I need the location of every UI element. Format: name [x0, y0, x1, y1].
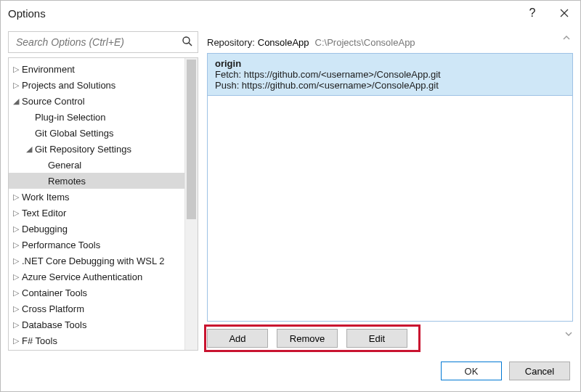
tree-item-label: .NET Core Debugging with WSL 2	[22, 256, 165, 266]
tree-item-source-control[interactable]: ◢Source Control	[9, 93, 184, 109]
chevron-down-icon[interactable]	[564, 329, 573, 348]
cancel-button[interactable]: Cancel	[509, 362, 570, 380]
tree-item-remotes[interactable]: Remotes	[9, 173, 184, 189]
tree-item-cross-platform[interactable]: ▷Cross Platform	[9, 301, 184, 317]
tree-item-label: Container Tools	[22, 287, 87, 298]
collapsed-glyph-icon: ▷	[12, 256, 20, 266]
tree-item-work-items[interactable]: ▷Work Items	[9, 189, 184, 205]
collapsed-glyph-icon: ▷	[12, 288, 20, 298]
options-tree[interactable]: ▷Environment▷Projects and Solutions◢Sour…	[9, 58, 184, 350]
left-panel: ▷Environment▷Projects and Solutions◢Sour…	[8, 31, 198, 351]
tree-item-label: Git Repository Settings	[35, 144, 131, 155]
tree-item-label: Database Tools	[22, 319, 86, 330]
repo-name: ConsoleApp	[258, 37, 309, 48]
tree-item-label: Work Items	[22, 192, 70, 203]
repo-header: Repository: ConsoleApp C:\Projects\Conso…	[207, 31, 573, 53]
expanded-glyph-icon: ◢	[25, 144, 33, 154]
remove-button[interactable]: Remove	[277, 329, 338, 348]
window-title: Options	[8, 7, 46, 20]
close-icon[interactable]	[548, 1, 580, 25]
remote-name: origin	[215, 58, 565, 69]
collapsed-glyph-icon: ▷	[12, 240, 20, 250]
tree-item-label: Remotes	[48, 176, 86, 187]
collapsed-glyph-icon: ▷	[12, 192, 20, 202]
tree-item-environment[interactable]: ▷Environment	[9, 61, 184, 77]
tree-item-label: Azure Service Authentication	[22, 271, 142, 282]
action-row: Add Remove Edit	[207, 327, 573, 351]
tree-item-git-global-settings[interactable]: Git Global Settings	[9, 125, 184, 141]
tree-item-label: Projects and Solutions	[22, 80, 115, 91]
search-box[interactable]	[8, 31, 198, 53]
tree-item--net-core-debugging-with-wsl-2[interactable]: ▷.NET Core Debugging with WSL 2	[9, 253, 184, 269]
tree-item-label: F# Tools	[22, 335, 57, 346]
options-dialog: Options ? ▷Environment▷Projects and Solu…	[0, 0, 581, 392]
svg-line-3	[189, 43, 192, 46]
collapsed-glyph-icon: ▷	[12, 65, 20, 74]
right-panel: Repository: ConsoleApp C:\Projects\Conso…	[207, 31, 573, 351]
collapsed-glyph-icon: ▷	[12, 304, 20, 314]
tree-item-label: General	[48, 160, 81, 171]
collapsed-glyph-icon: ▷	[12, 81, 20, 90]
tree-item-general[interactable]: General	[9, 157, 184, 173]
remote-fetch: Fetch: https://github.com/<username>/Con…	[215, 69, 565, 80]
remote-push: Push: https://github.com/<username>/Cons…	[215, 80, 565, 91]
tree-item-label: Environment	[22, 64, 75, 75]
add-button[interactable]: Add	[207, 329, 268, 348]
tree-item-performance-tools[interactable]: ▷Performance Tools	[9, 237, 184, 253]
tree-item-azure-service-authentication[interactable]: ▷Azure Service Authentication	[9, 269, 184, 285]
tree-item-label: Performance Tools	[22, 240, 100, 250]
collapsed-glyph-icon: ▷	[12, 224, 20, 234]
tree-item-intellicode[interactable]: ▷IntelliCode	[9, 348, 184, 350]
collapsed-glyph-icon: ▷	[12, 208, 20, 218]
tree-item-database-tools[interactable]: ▷Database Tools	[9, 317, 184, 332]
svg-point-2	[183, 37, 190, 44]
edit-button[interactable]: Edit	[346, 329, 407, 348]
ok-button[interactable]: OK	[441, 362, 502, 380]
tree-item-label: Cross Platform	[22, 303, 84, 314]
tree-item-label: Plug-in Selection	[35, 112, 106, 123]
collapsed-glyph-icon: ▷	[12, 336, 20, 346]
tree-scrollbar[interactable]	[184, 58, 198, 350]
tree-item-f-tools[interactable]: ▷F# Tools	[9, 332, 184, 348]
expanded-glyph-icon: ◢	[12, 97, 20, 106]
tree-item-label: Text Editor	[22, 208, 66, 219]
tree-item-container-tools[interactable]: ▷Container Tools	[9, 285, 184, 301]
tree-item-plug-in-selection[interactable]: Plug-in Selection	[9, 109, 184, 125]
remote-item[interactable]: originFetch: https://github.com/<usernam…	[208, 54, 572, 96]
dialog-footer: OK Cancel	[1, 351, 580, 391]
tree-item-label: Debugging	[22, 224, 68, 234]
tree-item-projects-and-solutions[interactable]: ▷Projects and Solutions	[9, 77, 184, 93]
help-icon[interactable]: ?	[516, 1, 548, 25]
repo-path: C:\Projects\ConsoleApp	[315, 37, 415, 48]
remotes-list[interactable]: originFetch: https://github.com/<usernam…	[207, 53, 573, 322]
tree-item-label: Git Global Settings	[35, 128, 113, 139]
collapsed-glyph-icon: ▷	[12, 272, 20, 282]
tree-item-text-editor[interactable]: ▷Text Editor	[9, 205, 184, 221]
scrollbar-thumb[interactable]	[187, 60, 196, 219]
collapsed-glyph-icon: ▷	[12, 320, 20, 330]
search-input[interactable]	[15, 36, 182, 49]
repo-label: Repository:	[207, 37, 255, 48]
titlebar: Options ?	[1, 1, 580, 25]
tree-item-git-repository-settings[interactable]: ◢Git Repository Settings	[9, 141, 184, 157]
tree-item-debugging[interactable]: ▷Debugging	[9, 221, 184, 237]
tree-item-label: Source Control	[22, 96, 85, 107]
search-icon[interactable]	[182, 36, 193, 49]
chevron-up-icon[interactable]	[560, 33, 573, 44]
